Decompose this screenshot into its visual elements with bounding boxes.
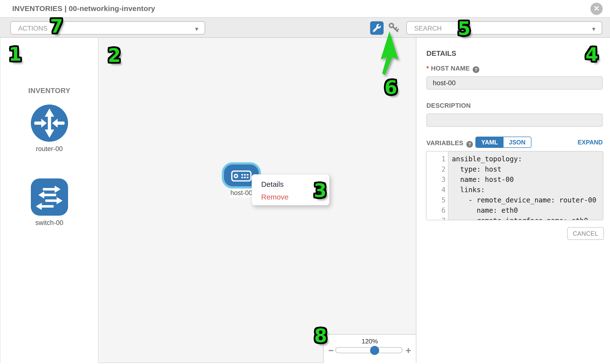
- zoom-level-value: 120%: [324, 338, 416, 345]
- device-label: router-00: [0, 145, 98, 153]
- palette-device-router[interactable]: router-00: [0, 104, 98, 153]
- host-name-field[interactable]: host-00: [427, 76, 603, 90]
- router-icon: [31, 104, 68, 142]
- inventory-topology-screen: INVENTORIES | 00-networking-inventory ✕ …: [0, 0, 610, 364]
- details-panel-title: DETAILS: [427, 50, 456, 58]
- code-line: 1ansible_topology:: [427, 154, 603, 164]
- code-line: 2 type: host: [427, 164, 603, 175]
- description-field[interactable]: [427, 114, 603, 127]
- variables-label: VARIABLES?: [427, 139, 473, 148]
- sidebar-title: INVENTORY: [0, 87, 98, 95]
- code-line: 6 name: eth0: [427, 205, 603, 216]
- code-line: 4 links:: [427, 185, 603, 195]
- context-menu-item-details[interactable]: Details: [252, 178, 329, 191]
- switch-icon: [31, 179, 68, 216]
- search-input[interactable]: SEARCH: [414, 25, 442, 32]
- context-menu-item-remove[interactable]: Remove: [252, 191, 329, 203]
- device-label: switch-00: [0, 219, 98, 227]
- help-icon[interactable]: ?: [473, 66, 479, 73]
- details-panel: DETAILS *HOST NAME? host-00 DESCRIPTION …: [417, 38, 610, 363]
- zoom-out-button[interactable]: −: [326, 345, 335, 356]
- zoom-slider-thumb[interactable]: [370, 346, 379, 355]
- header-bar: INVENTORIES | 00-networking-inventory ✕: [0, 0, 610, 18]
- key-icon: [388, 31, 399, 35]
- description-label: DESCRIPTION: [427, 102, 471, 109]
- inventory-sidebar: INVENTORY router-00: [0, 38, 99, 363]
- topology-canvas[interactable]: host-00 Details Remove 120% − +: [99, 38, 416, 363]
- key-credentials-button[interactable]: [388, 22, 399, 34]
- zoom-in-button[interactable]: +: [404, 345, 413, 356]
- actions-dropdown[interactable]: ACTIONS ▾: [10, 21, 205, 35]
- code-line: 5 - remote_device_name: router-00: [427, 195, 603, 205]
- page-title: INVENTORIES | 00-networking-inventory: [12, 4, 155, 13]
- help-icon[interactable]: ?: [466, 141, 473, 148]
- zoom-slider-track[interactable]: [335, 347, 402, 353]
- palette-device-switch[interactable]: switch-00: [0, 179, 98, 227]
- expand-link[interactable]: EXPAND: [578, 139, 603, 146]
- search-dropdown[interactable]: SEARCH ▾: [406, 21, 602, 35]
- toggle-yaml[interactable]: YAML: [476, 137, 504, 147]
- close-icon[interactable]: ✕: [590, 3, 603, 15]
- toggle-json[interactable]: JSON: [504, 137, 531, 147]
- cancel-button[interactable]: CANCEL: [567, 227, 604, 240]
- code-line: 3 name: host-00: [427, 175, 603, 185]
- variables-code-editor[interactable]: 1ansible_topology: 2 type: host 3 name: …: [426, 151, 603, 220]
- variables-format-toggle: YAML JSON: [475, 137, 532, 148]
- chevron-down-icon: ▾: [195, 25, 198, 33]
- required-asterisk: *: [427, 65, 429, 72]
- context-menu: Details Remove: [252, 174, 329, 205]
- toolbar-tools-button[interactable]: [370, 21, 384, 35]
- host-name-label: *HOST NAME?: [427, 65, 479, 73]
- chevron-down-icon: ▾: [592, 25, 595, 33]
- actions-dropdown-label: ACTIONS: [18, 25, 48, 32]
- zoom-control-panel: 120% − +: [323, 334, 416, 363]
- host-node-label: host-00: [230, 188, 253, 197]
- toolbar: ACTIONS ▾ SEARCH ▾: [0, 18, 610, 38]
- code-line: 7 remote_interface_name: eth0: [427, 216, 603, 220]
